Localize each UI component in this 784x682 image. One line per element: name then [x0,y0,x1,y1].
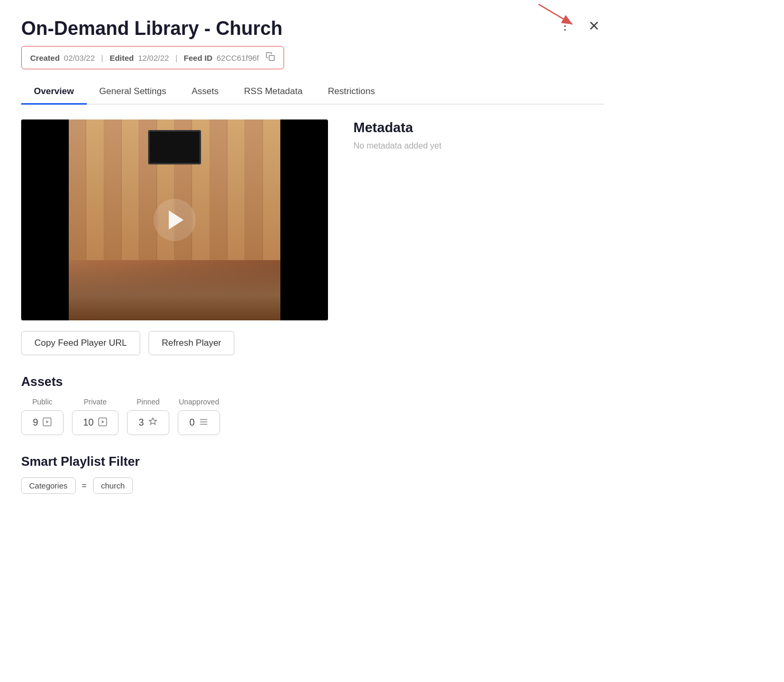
asset-card-public: Public 9 [21,398,63,435]
play-button[interactable] [153,199,196,241]
page-header: On-Demand Library - Church ⋮ ✕ [21,17,604,40]
asset-card-private: Private 10 [72,398,118,435]
list-icon [199,417,208,428]
private-count: 10 [83,417,94,428]
created-label: Created [30,53,60,62]
filter-value-chip[interactable]: church [93,477,133,494]
public-count: 9 [33,417,38,428]
private-label: Private [84,398,107,406]
filter-equals-sign: = [82,481,87,491]
tabs-nav: Overview General Settings Assets RSS Met… [21,80,604,105]
separator-1: | [101,53,103,62]
tab-restrictions[interactable]: Restrictions [315,80,388,105]
smart-playlist-section: Smart Playlist Filter Categories = churc… [21,454,328,494]
left-panel: Copy Feed Player URL Refresh Player Asse… [21,119,328,513]
video-letterbox-left [21,119,69,320]
unapproved-label: Unapproved [179,398,219,406]
pinned-label: Pinned [136,398,160,406]
feedid-value: 62CC61f96f [216,53,259,62]
right-panel: Metadata No metadata added yet [353,119,604,513]
public-label: Public [32,398,52,406]
more-options-button[interactable]: ⋮ [555,17,576,35]
pinned-value[interactable]: 3 [127,410,169,435]
metadata-title: Metadata [353,119,604,136]
svg-rect-2 [269,56,274,61]
asset-card-pinned: Pinned 3 [127,398,169,435]
tv-on-wall [148,130,201,164]
public-play-icon [42,417,52,428]
play-triangle-icon [169,210,184,229]
assets-section: Assets Public 9 Private 10 [21,374,328,435]
feedid-label: Feed ID [184,53,212,62]
header-actions: ⋮ ✕ [555,17,604,35]
content-area: Copy Feed Player URL Refresh Player Asse… [21,119,604,513]
close-button[interactable]: ✕ [584,17,604,35]
unapproved-value[interactable]: 0 [178,410,220,435]
private-play-icon [98,417,107,428]
assets-grid: Public 9 Private 10 [21,398,328,435]
pinned-count: 3 [139,417,144,428]
filter-key-chip[interactable]: Categories [21,477,76,494]
action-buttons: Copy Feed Player URL Refresh Player [21,331,328,355]
copy-feedid-icon[interactable] [266,52,275,63]
tab-overview[interactable]: Overview [21,80,87,105]
tab-assets[interactable]: Assets [179,80,231,105]
created-value: 02/03/22 [64,53,95,62]
page-title: On-Demand Library - Church [21,17,282,40]
smart-playlist-title: Smart Playlist Filter [21,454,328,469]
copy-feed-player-url-button[interactable]: Copy Feed Player URL [21,331,140,355]
meta-bar: Created 02/03/22 | Edited 12/02/22 | Fee… [21,46,284,69]
video-letterbox-right [280,119,328,320]
svg-marker-4 [47,420,49,423]
separator-2: | [175,53,177,62]
asset-card-unapproved: Unapproved 0 [178,398,220,435]
public-value[interactable]: 9 [21,410,63,435]
private-value[interactable]: 10 [72,410,118,435]
unapproved-count: 0 [189,417,195,428]
edited-value: 12/02/22 [138,53,169,62]
refresh-player-button[interactable]: Refresh Player [149,331,234,355]
video-player[interactable] [21,119,328,320]
svg-marker-6 [102,420,105,423]
filter-row: Categories = church [21,477,328,494]
edited-label: Edited [110,53,134,62]
assets-section-title: Assets [21,374,328,389]
video-background [21,119,328,320]
tab-general-settings[interactable]: General Settings [87,80,179,105]
metadata-empty-message: No metadata added yet [353,141,604,151]
tab-rss-metadata[interactable]: RSS Metadata [231,80,315,105]
pin-icon [148,417,158,428]
